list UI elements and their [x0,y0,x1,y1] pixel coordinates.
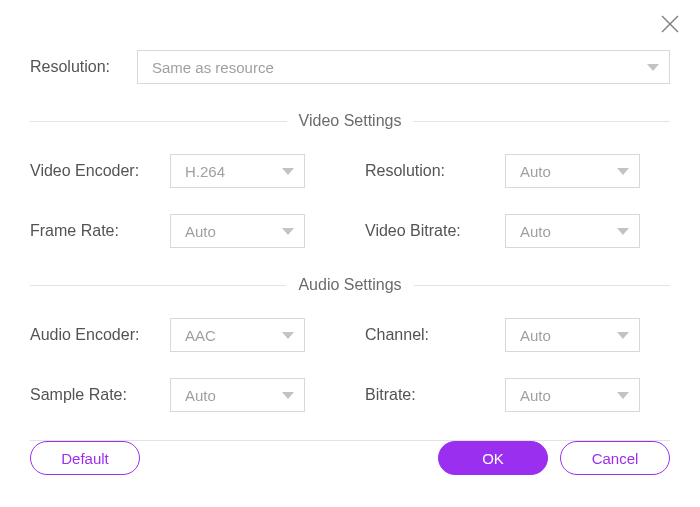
video-resolution-value: Auto [520,163,551,180]
samplerate-label: Sample Rate: [30,386,170,404]
chevron-down-icon [617,392,629,399]
top-resolution-value: Same as resource [152,59,274,76]
video-resolution-select[interactable]: Auto [505,154,640,188]
audio-encoder-select[interactable]: AAC [170,318,305,352]
video-encoder-label: Video Encoder: [30,162,170,180]
chevron-down-icon [282,228,294,235]
chevron-down-icon [647,64,659,71]
chevron-down-icon [282,168,294,175]
close-button[interactable] [658,12,682,36]
video-encoder-value: H.264 [185,163,225,180]
default-button-label: Default [61,450,109,467]
framerate-label: Frame Rate: [30,222,170,240]
audio-bitrate-label: Bitrate: [365,386,505,404]
chevron-down-icon [282,332,294,339]
channel-select[interactable]: Auto [505,318,640,352]
cancel-button-label: Cancel [592,450,639,467]
chevron-down-icon [617,228,629,235]
audio-bitrate-value: Auto [520,387,551,404]
ok-button[interactable]: OK [438,441,548,475]
video-resolution-label: Resolution: [365,162,505,180]
ok-button-label: OK [482,450,504,467]
audio-section-title: Audio Settings [286,276,413,294]
samplerate-value: Auto [185,387,216,404]
channel-label: Channel: [365,326,505,344]
cancel-button[interactable]: Cancel [560,441,670,475]
video-bitrate-label: Video Bitrate: [365,222,505,240]
audio-section-divider: Audio Settings [30,276,670,294]
channel-value: Auto [520,327,551,344]
framerate-value: Auto [185,223,216,240]
video-encoder-select[interactable]: H.264 [170,154,305,188]
top-resolution-label: Resolution: [30,58,125,76]
default-button[interactable]: Default [30,441,140,475]
chevron-down-icon [617,332,629,339]
video-section-title: Video Settings [287,112,414,130]
audio-encoder-value: AAC [185,327,216,344]
audio-encoder-label: Audio Encoder: [30,326,170,344]
chevron-down-icon [617,168,629,175]
video-bitrate-select[interactable]: Auto [505,214,640,248]
samplerate-select[interactable]: Auto [170,378,305,412]
close-icon [658,12,682,36]
video-section-divider: Video Settings [30,112,670,130]
framerate-select[interactable]: Auto [170,214,305,248]
audio-bitrate-select[interactable]: Auto [505,378,640,412]
top-resolution-select[interactable]: Same as resource [137,50,670,84]
video-bitrate-value: Auto [520,223,551,240]
chevron-down-icon [282,392,294,399]
